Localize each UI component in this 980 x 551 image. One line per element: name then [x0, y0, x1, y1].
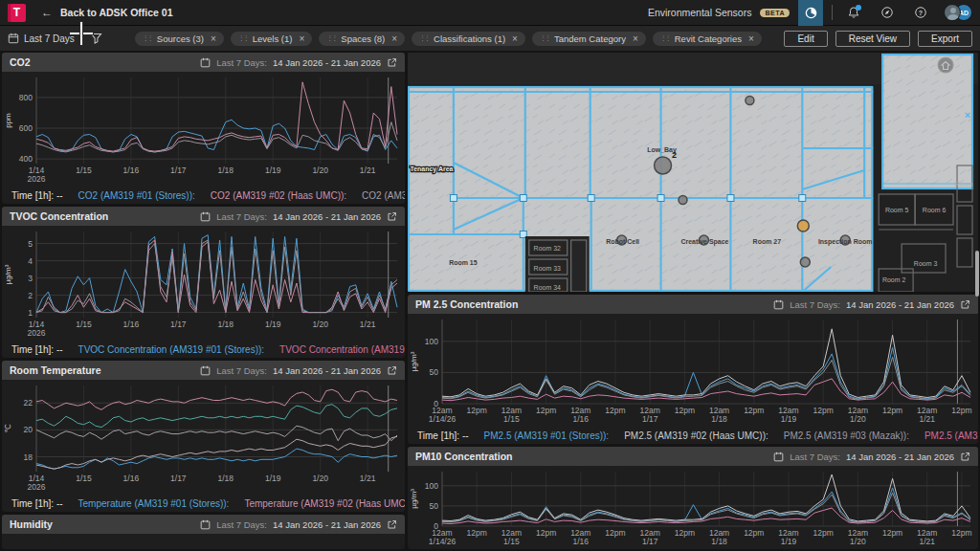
- pm10-chart[interactable]: 12am1/14/2612pm12am1/1512pm12am1/1612pm1…: [408, 466, 978, 549]
- calendar-icon[interactable]: [200, 211, 211, 222]
- open-external-icon[interactable]: [387, 211, 397, 222]
- open-external-icon[interactable]: [960, 299, 970, 310]
- beta-badge: BETA: [760, 9, 790, 17]
- charts-view-button[interactable]: [798, 0, 823, 26]
- chip-close-icon[interactable]: ×: [748, 33, 754, 44]
- filter-chip[interactable]: ⋮⋮Levels (1)×: [231, 32, 313, 46]
- filter-chip[interactable]: ⋮⋮Spaces (8)×: [319, 32, 405, 46]
- sensor-dot[interactable]: [655, 157, 672, 174]
- svg-text:1/21: 1/21: [919, 537, 935, 546]
- co2-chart[interactable]: 1/1420261/151/161/171/181/191/201/214006…: [2, 72, 405, 187]
- chip-close-icon[interactable]: ×: [633, 33, 638, 44]
- back-link[interactable]: Back to ADSK Office 01: [60, 7, 172, 18]
- svg-text:12pm: 12pm: [675, 406, 695, 415]
- series-line: [36, 120, 397, 152]
- drag-handle-icon[interactable]: ⋮⋮: [238, 34, 248, 42]
- filter-chip[interactable]: ⋮⋮Tandem Category×: [532, 32, 646, 46]
- chart-svg: 1/1420261/151/161/171/181/191/201/211234…: [2, 226, 405, 341]
- chip-close-icon[interactable]: ×: [512, 33, 518, 44]
- chart-svg: 12am1/14/2612pm12am1/1512pm12am1/1612pm1…: [408, 466, 978, 549]
- svg-text:1/18: 1/18: [711, 414, 727, 424]
- open-external-icon[interactable]: [387, 365, 397, 376]
- tvoc-chart[interactable]: 1/1420261/151/161/171/181/191/201/211234…: [2, 226, 405, 341]
- svg-text:℃: ℃: [4, 424, 12, 432]
- scrollbar-thumb[interactable]: [975, 251, 979, 297]
- calendar-icon[interactable]: [773, 452, 784, 462]
- filter-chip[interactable]: ⋮⋮Classifications (1)×: [412, 32, 525, 46]
- range-label[interactable]: Last 7 Days:: [790, 299, 840, 310]
- temperature-legend: Time [1h]: --Temperature (AM319 #01 (Sto…: [2, 495, 405, 512]
- app-window: T ← Back to ADSK Office 01 Environmental…: [0, 0, 980, 551]
- explore-button[interactable]: [875, 0, 900, 26]
- range-label[interactable]: Last 7 Days:: [216, 519, 267, 530]
- drag-handle-icon[interactable]: ⋮⋮: [660, 34, 670, 42]
- open-external-icon[interactable]: [960, 452, 970, 462]
- drag-handle-icon[interactable]: ⋮⋮: [326, 34, 336, 42]
- help-button[interactable]: ?: [908, 0, 933, 26]
- reset-view-button[interactable]: Reset View: [835, 31, 910, 47]
- notifications-button[interactable]: [841, 0, 866, 26]
- legend-item: PM2.5 (AM319 #01 (Stores)):: [484, 430, 610, 441]
- legend-item: Temperature (AM319 #02 (Haas UMC)):: [244, 498, 405, 509]
- room-label: Room 6: [923, 207, 947, 213]
- edit-button[interactable]: Edit: [784, 31, 827, 47]
- sensor-dot[interactable]: [746, 97, 754, 105]
- date-range-filter[interactable]: Last 7 Days: [8, 33, 75, 44]
- export-button[interactable]: Export: [918, 31, 972, 47]
- svg-text:1/18: 1/18: [711, 537, 727, 546]
- room-label: Room 27: [753, 238, 782, 245]
- svg-text:1/17: 1/17: [170, 474, 187, 483]
- range-value[interactable]: 14 Jan 2026 - 21 Jan 2026: [846, 452, 954, 462]
- temperature-chart[interactable]: 1/1420261/151/161/171/181/191/201/211820…: [2, 380, 405, 495]
- tandem-logo-icon: T: [8, 4, 26, 22]
- panel-title: TVOC Concentration: [10, 210, 108, 222]
- chip-close-icon[interactable]: ×: [211, 33, 216, 44]
- svg-text:600: 600: [19, 123, 33, 133]
- svg-text:1/14/26: 1/14/26: [429, 537, 457, 546]
- range-label[interactable]: Last 7 Days:: [790, 452, 840, 462]
- svg-text:0: 0: [434, 399, 438, 408]
- open-external-icon[interactable]: [387, 519, 397, 530]
- sensor-dot[interactable]: [800, 257, 810, 267]
- date-range-label: Last 7 Days: [24, 33, 75, 44]
- sensor-dot[interactable]: [797, 220, 809, 231]
- filter-button[interactable]: [90, 33, 102, 44]
- sensor-dot[interactable]: [679, 196, 687, 205]
- range-label[interactable]: Last 7 Days:: [216, 211, 267, 222]
- avatar-group[interactable]: AD: [944, 4, 972, 21]
- calendar-icon[interactable]: [200, 57, 211, 68]
- calendar-icon[interactable]: [200, 519, 211, 530]
- range-value[interactable]: 14 Jan 2026 - 21 Jan 2026: [273, 519, 381, 530]
- drag-handle-icon[interactable]: ⋮⋮: [540, 34, 549, 42]
- drag-handle-icon[interactable]: ⋮⋮: [419, 34, 429, 42]
- drag-handle-icon[interactable]: ⋮⋮: [143, 34, 152, 42]
- svg-text:1/16: 1/16: [123, 474, 140, 483]
- range-value[interactable]: 14 Jan 2026 - 21 Jan 2026: [273, 57, 381, 68]
- chip-close-icon[interactable]: ×: [299, 33, 304, 44]
- range-value[interactable]: 14 Jan 2026 - 21 Jan 2026: [273, 211, 381, 222]
- pm25-chart[interactable]: 12am1/14/2612pm12am1/1512pm12am1/1612pm1…: [408, 314, 978, 427]
- series-line: [442, 379, 970, 401]
- pm25-legend: Time [1h]: --PM2.5 (AM319 #01 (Stores)):…: [408, 427, 978, 444]
- svg-text:1/18: 1/18: [217, 474, 234, 483]
- calendar-icon[interactable]: [773, 299, 784, 310]
- humidity-chart[interactable]: [2, 534, 405, 549]
- chip-close-icon[interactable]: ×: [391, 33, 397, 44]
- floor-plan-viewer[interactable]: × Tenancy AreaLow_BayRoom 15Room 32Room …: [408, 53, 978, 292]
- range-value[interactable]: 14 Jan 2026 - 21 Jan 2026: [846, 299, 954, 310]
- svg-text:12pm: 12pm: [605, 406, 625, 415]
- range-value[interactable]: 14 Jan 2026 - 21 Jan 2026: [273, 365, 381, 376]
- svg-text:1/16: 1/16: [573, 537, 590, 546]
- divider: [832, 5, 833, 20]
- panel-title: PM10 Concentration: [415, 451, 513, 462]
- filter-chip[interactable]: ⋮⋮Revit Categories×: [653, 32, 762, 46]
- legend-item: TVOC Concentration (AM319 #02 (Haas UMC)…: [279, 344, 405, 355]
- filter-chip[interactable]: ⋮⋮Sources (3)×: [135, 32, 224, 46]
- open-external-icon[interactable]: [387, 57, 397, 68]
- chip-label: Spaces (8): [341, 33, 385, 44]
- range-label[interactable]: Last 7 Days:: [216, 365, 267, 376]
- range-label[interactable]: Last 7 Days:: [216, 57, 267, 68]
- pm25-panel: PM 2.5 Concentration Last 7 Days: 14 Jan…: [408, 295, 978, 444]
- calendar-icon[interactable]: [200, 365, 211, 376]
- back-arrow-icon[interactable]: ←: [41, 6, 53, 19]
